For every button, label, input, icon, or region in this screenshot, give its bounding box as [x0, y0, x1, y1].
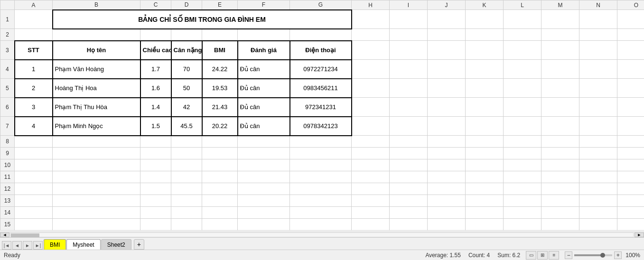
cell-name-1[interactable]: Phạm Văn Hoàng — [53, 60, 140, 79]
row-num-13[interactable]: 13 — [0, 195, 15, 207]
cell-K2[interactable] — [466, 29, 504, 41]
tab-nav-first[interactable]: |◄ — [2, 241, 11, 250]
cell-O1[interactable] — [617, 10, 644, 29]
zoom-in-button[interactable]: + — [614, 251, 622, 259]
cell-J1[interactable] — [428, 10, 466, 29]
col-header-H[interactable]: H — [352, 0, 390, 10]
col-header-D[interactable]: D — [171, 0, 202, 10]
page-layout-button[interactable]: ⊞ — [537, 251, 548, 260]
row-num-5[interactable]: 5 — [0, 79, 15, 98]
zoom-out-button[interactable]: − — [565, 251, 572, 259]
cell-dien-thoai-1[interactable]: 0972271234 — [290, 60, 352, 79]
cell-name-3[interactable]: Phạm Thị Thu Hòa — [53, 98, 140, 117]
header-chieu-cao[interactable]: Chiều cao — [140, 41, 171, 60]
header-danh-gia[interactable]: Đánh giá — [238, 41, 290, 60]
cell-I3[interactable] — [390, 41, 428, 60]
col-header-M[interactable]: M — [541, 0, 579, 10]
col-header-B[interactable]: B — [53, 0, 140, 10]
row-num-12[interactable]: 12 — [0, 183, 15, 195]
cell-G2[interactable] — [290, 29, 352, 41]
cell-danh-gia-1[interactable]: Đủ cân — [238, 60, 290, 79]
cell-chieu-cao-1[interactable]: 1.7 — [140, 60, 171, 79]
cell-C2[interactable] — [140, 29, 171, 41]
row-num-7[interactable]: 7 — [0, 117, 15, 136]
row-num-4[interactable]: 4 — [0, 60, 15, 79]
row-num-14[interactable]: 14 — [0, 207, 15, 219]
cell-dien-thoai-3[interactable]: 972341231 — [290, 98, 352, 117]
cell-name-4[interactable]: Phạm Minh Ngọc — [53, 117, 140, 136]
cell-K1[interactable] — [466, 10, 504, 29]
cell-can-nang-4[interactable]: 45.5 — [171, 117, 202, 136]
cell-D2[interactable] — [171, 29, 202, 41]
cell-M1[interactable] — [541, 10, 579, 29]
cell-can-nang-2[interactable]: 50 — [171, 79, 202, 98]
tab-sheet2[interactable]: Sheet2 — [101, 239, 131, 250]
cell-K3[interactable] — [466, 41, 504, 60]
cell-N1[interactable] — [579, 10, 617, 29]
col-header-G[interactable]: G — [290, 0, 352, 10]
cell-F2[interactable] — [238, 29, 290, 41]
cell-bmi-1[interactable]: 24.22 — [202, 60, 238, 79]
col-header-C[interactable]: C — [140, 0, 171, 10]
row-num-9[interactable]: 9 — [0, 148, 15, 159]
col-header-J[interactable]: J — [428, 0, 466, 10]
zoom-thumb[interactable] — [600, 253, 605, 258]
cell-can-nang-1[interactable]: 70 — [171, 60, 202, 79]
header-ho-ten[interactable]: Họ tên — [53, 41, 140, 60]
col-header-K[interactable]: K — [466, 0, 504, 10]
horizontal-scrollbar[interactable]: ◄ ► — [0, 232, 644, 237]
col-header-F[interactable]: F — [238, 0, 290, 10]
cell-B2[interactable] — [53, 29, 140, 41]
cell-N3[interactable] — [579, 41, 617, 60]
col-header-O[interactable]: O — [617, 0, 644, 10]
row-num-6[interactable]: 6 — [0, 98, 15, 117]
header-stt[interactable]: STT — [15, 41, 53, 60]
header-bmi[interactable]: BMI — [202, 41, 238, 60]
cell-M3[interactable] — [541, 41, 579, 60]
cell-dien-thoai-4[interactable]: 0978342123 — [290, 117, 352, 136]
scroll-track[interactable] — [10, 232, 634, 237]
col-header-E[interactable]: E — [202, 0, 238, 10]
normal-view-button[interactable]: ▭ — [526, 251, 536, 260]
row-num-3[interactable]: 3 — [0, 41, 15, 60]
col-header-A[interactable]: A — [15, 0, 53, 10]
cell-stt-2[interactable]: 2 — [15, 79, 53, 98]
page-break-button[interactable]: ≡ — [549, 251, 559, 260]
cell-bmi-3[interactable]: 21.43 — [202, 98, 238, 117]
cell-J3[interactable] — [428, 41, 466, 60]
tab-nav-prev[interactable]: ◄ — [12, 241, 22, 250]
scroll-thumb[interactable] — [11, 233, 39, 237]
cell-L1[interactable] — [504, 10, 541, 29]
col-header-N[interactable]: N — [579, 0, 617, 10]
cell-name-2[interactable]: Hoàng Thị Hoa — [53, 79, 140, 98]
cell-bmi-2[interactable]: 19.53 — [202, 79, 238, 98]
zoom-slider[interactable] — [574, 254, 612, 256]
cell-chieu-cao-3[interactable]: 1.4 — [140, 98, 171, 117]
scroll-right-btn[interactable]: ► — [635, 232, 644, 237]
row-num-11[interactable]: 11 — [0, 171, 15, 183]
cell-I1[interactable] — [390, 10, 428, 29]
row-num-10[interactable]: 10 — [0, 159, 15, 171]
row-num-2[interactable]: 2 — [0, 29, 15, 41]
cell-O2[interactable] — [617, 29, 644, 41]
cell-O3[interactable] — [617, 41, 644, 60]
col-header-I[interactable]: I — [390, 0, 428, 10]
add-sheet-button[interactable]: + — [134, 239, 144, 250]
cell-N2[interactable] — [579, 29, 617, 41]
cell-I2[interactable] — [390, 29, 428, 41]
cell-L3[interactable] — [504, 41, 541, 60]
cell-E2[interactable] — [202, 29, 238, 41]
header-dien-thoai[interactable]: Điện thoại — [290, 41, 352, 60]
cell-H2[interactable] — [352, 29, 390, 41]
cell-chieu-cao-4[interactable]: 1.5 — [140, 117, 171, 136]
cell-dien-thoai-2[interactable]: 0983456211 — [290, 79, 352, 98]
cell-stt-4[interactable]: 4 — [15, 117, 53, 136]
tab-nav-last[interactable]: ►| — [33, 241, 43, 250]
row-num-1[interactable]: 1 — [0, 10, 15, 29]
row-num-8[interactable]: 8 — [0, 136, 15, 148]
cell-bmi-4[interactable]: 20.22 — [202, 117, 238, 136]
tab-mysheet[interactable]: Mysheet — [66, 239, 100, 250]
cell-M2[interactable] — [541, 29, 579, 41]
col-header-L[interactable]: L — [504, 0, 541, 10]
cell-L2[interactable] — [504, 29, 541, 41]
